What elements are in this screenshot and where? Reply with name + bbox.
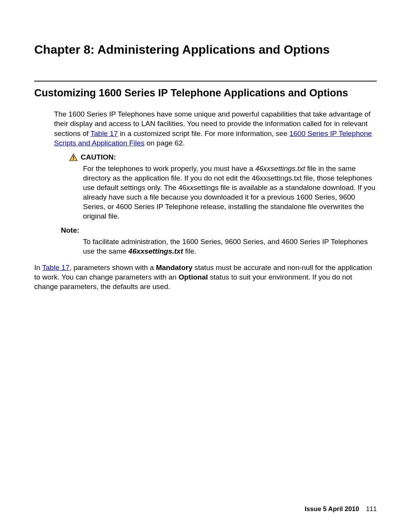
optional-label: Optional bbox=[178, 273, 208, 281]
mandatory-label: Mandatory bbox=[156, 264, 193, 272]
caution-label: CAUTION: bbox=[81, 153, 116, 161]
table-17-link[interactable]: Table 17 bbox=[42, 264, 70, 272]
caution-body: For the telephones to work properly, you… bbox=[83, 164, 377, 221]
page-footer: Issue 5 April 2010111 bbox=[305, 505, 377, 513]
caution-icon bbox=[69, 153, 78, 161]
intro-paragraph: The 1600 Series IP Telephones have some … bbox=[54, 109, 377, 147]
page: Chapter 8: Administering Applications an… bbox=[0, 0, 411, 532]
settings-filename: 46xxsettings.txt bbox=[128, 247, 183, 255]
note-body: To facilitate administration, the 1600 S… bbox=[83, 237, 377, 256]
section-rule bbox=[34, 81, 377, 81]
text-run: For the telephones to work properly, you… bbox=[83, 165, 255, 173]
issue-date: Issue 5 April 2010 bbox=[305, 505, 359, 513]
text-run: in a customized script file. For more in… bbox=[118, 129, 290, 137]
chapter-title: Chapter 8: Administering Applications an… bbox=[34, 42, 377, 58]
svg-rect-2 bbox=[73, 159, 74, 160]
settings-filename: 46xxsettings.txt bbox=[255, 165, 305, 173]
caution-block: CAUTION: For the telephones to work prop… bbox=[69, 153, 377, 221]
text-run: In bbox=[34, 264, 42, 272]
text-run: file. bbox=[183, 247, 196, 255]
svg-rect-1 bbox=[73, 156, 74, 158]
text-run: , parameters shown with a bbox=[70, 264, 156, 272]
page-number: 111 bbox=[366, 505, 377, 513]
text-run: on page 62. bbox=[145, 139, 185, 147]
text-run: file in the same directory as the applic… bbox=[83, 165, 375, 220]
text-run: To facilitate administration, the 1600 S… bbox=[83, 238, 368, 255]
note-block: Note: To facilitate administration, the … bbox=[69, 226, 377, 256]
body-content: The 1600 Series IP Telephones have some … bbox=[54, 109, 377, 291]
note-label: Note: bbox=[61, 226, 377, 235]
caution-header: CAUTION: bbox=[69, 153, 377, 161]
table-17-link[interactable]: Table 17 bbox=[91, 129, 118, 137]
status-paragraph: In Table 17, parameters shown with a Man… bbox=[34, 263, 377, 291]
section-title: Customizing 1600 Series IP Telephone App… bbox=[34, 87, 377, 100]
